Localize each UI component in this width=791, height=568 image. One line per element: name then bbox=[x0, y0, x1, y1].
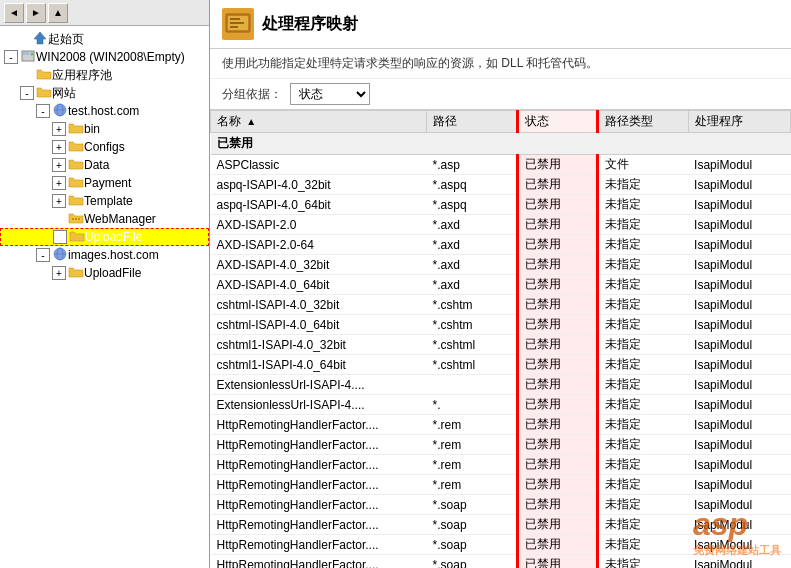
tree-toggle-images-host[interactable]: - bbox=[36, 248, 50, 262]
tree-toggle-data[interactable]: + bbox=[52, 158, 66, 172]
cell-status: 已禁用 bbox=[518, 375, 598, 395]
sidebar-toolbar: ◄ ► ▲ bbox=[0, 0, 209, 26]
cell-status: 已禁用 bbox=[518, 295, 598, 315]
sidebar: ◄ ► ▲ 起始页-WIN2008 (WIN2008\Empty)应用程序池-网… bbox=[0, 0, 210, 568]
table-row[interactable]: HttpRemotingHandlerFactor....*.soap已禁用未指… bbox=[211, 495, 791, 515]
cell-status: 已禁用 bbox=[518, 395, 598, 415]
cell-pathtype: 未指定 bbox=[597, 195, 688, 215]
cell-path: *.axd bbox=[427, 255, 518, 275]
table-row[interactable]: cshtml-ISAPI-4.0_64bit*.cshtm已禁用未指定Isapi… bbox=[211, 315, 791, 335]
globe-icon bbox=[52, 102, 68, 121]
table-row[interactable]: AXD-ISAPI-2.0*.axd已禁用未指定IsapiModul bbox=[211, 215, 791, 235]
tree-toggle-configs[interactable]: + bbox=[52, 140, 66, 154]
sort-icon: ▲ bbox=[246, 116, 256, 127]
table-row[interactable]: aspq-ISAPI-4.0_64bit*.aspq已禁用未指定IsapiMod… bbox=[211, 195, 791, 215]
col-header-path[interactable]: 路径 bbox=[427, 111, 518, 133]
sidebar-item-data[interactable]: +Data bbox=[0, 156, 209, 174]
col-header-handler[interactable]: 处理程序 bbox=[688, 111, 790, 133]
tree-label-images-host: images.host.com bbox=[68, 248, 159, 262]
cell-handler: IsapiModul bbox=[688, 275, 790, 295]
col-header-pathtype[interactable]: 路径类型 bbox=[597, 111, 688, 133]
sidebar-item-webmanager[interactable]: WebManager bbox=[0, 210, 209, 228]
col-header-status[interactable]: 状态 bbox=[518, 111, 598, 133]
tree-toggle-test-host[interactable]: - bbox=[36, 104, 50, 118]
table-row[interactable]: AXD-ISAPI-2.0-64*.axd已禁用未指定IsapiModul bbox=[211, 235, 791, 255]
up-button[interactable]: ▲ bbox=[48, 3, 68, 23]
sidebar-item-uploadfile[interactable]: +UploadFile bbox=[0, 228, 209, 246]
table-container[interactable]: 名称 ▲ 路径 状态 路径类型 处理程序 bbox=[210, 110, 791, 568]
table-row[interactable]: HttpRemotingHandlerFactor....*.rem已禁用未指定… bbox=[211, 435, 791, 455]
col-header-name[interactable]: 名称 ▲ bbox=[211, 111, 427, 133]
tree-toggle-win2008[interactable]: - bbox=[4, 50, 18, 64]
table-row[interactable]: AXD-ISAPI-4.0_32bit*.axd已禁用未指定IsapiModul bbox=[211, 255, 791, 275]
sidebar-item-template[interactable]: +Template bbox=[0, 192, 209, 210]
cell-status: 已禁用 bbox=[518, 315, 598, 335]
cell-handler: IsapiModul bbox=[688, 475, 790, 495]
table-row[interactable]: aspq-ISAPI-4.0_32bit*.aspq已禁用未指定IsapiMod… bbox=[211, 175, 791, 195]
sidebar-item-images-host[interactable]: -images.host.com bbox=[0, 246, 209, 264]
cell-handler: IsapiModul bbox=[688, 415, 790, 435]
table-row[interactable]: HttpRemotingHandlerFactor....*.rem已禁用未指定… bbox=[211, 475, 791, 495]
tree-container: 起始页-WIN2008 (WIN2008\Empty)应用程序池-网站-test… bbox=[0, 26, 209, 568]
cell-path: *.soap bbox=[427, 495, 518, 515]
table-row[interactable]: HttpRemotingHandlerFactor....*.soap已禁用未指… bbox=[211, 555, 791, 569]
table-row[interactable]: cshtml-ISAPI-4.0_32bit*.cshtm已禁用未指定Isapi… bbox=[211, 295, 791, 315]
cell-name: AXD-ISAPI-2.0-64 bbox=[211, 235, 427, 255]
sidebar-item-app-pool[interactable]: 应用程序池 bbox=[0, 66, 209, 84]
sidebar-item-start-page[interactable]: 起始页 bbox=[0, 30, 209, 48]
folder-icon bbox=[68, 138, 84, 157]
table-row[interactable]: HttpRemotingHandlerFactor....*.rem已禁用未指定… bbox=[211, 415, 791, 435]
sidebar-item-bin[interactable]: +bin bbox=[0, 120, 209, 138]
table-row[interactable]: HttpRemotingHandlerFactor....*.soap已禁用未指… bbox=[211, 515, 791, 535]
tree-toggle-payment[interactable]: + bbox=[52, 176, 66, 190]
table-row[interactable]: ExtensionlessUrl-ISAPI-4....已禁用未指定IsapiM… bbox=[211, 375, 791, 395]
cell-pathtype: 未指定 bbox=[597, 295, 688, 315]
sidebar-item-payment[interactable]: +Payment bbox=[0, 174, 209, 192]
cell-handler: IsapiModul bbox=[688, 375, 790, 395]
tree-toggle-uploadfile2[interactable]: + bbox=[52, 266, 66, 280]
tree-label-payment: Payment bbox=[84, 176, 131, 190]
folder-icon bbox=[68, 264, 84, 283]
group-by-label: 分组依据： bbox=[222, 86, 282, 103]
tree-label-website: 网站 bbox=[52, 85, 76, 102]
sidebar-item-test-host[interactable]: -test.host.com bbox=[0, 102, 209, 120]
tree-toggle-uploadfile[interactable]: + bbox=[53, 230, 67, 244]
table-row[interactable]: cshtml1-ISAPI-4.0_32bit*.cshtml已禁用未指定Isa… bbox=[211, 335, 791, 355]
tree-label-template: Template bbox=[84, 194, 133, 208]
cell-handler: IsapiModul bbox=[688, 515, 790, 535]
cell-status: 已禁用 bbox=[518, 195, 598, 215]
server-icon bbox=[20, 48, 36, 67]
tree-toggle-website[interactable]: - bbox=[20, 86, 34, 100]
cell-path: *.rem bbox=[427, 475, 518, 495]
cell-pathtype: 未指定 bbox=[597, 255, 688, 275]
sidebar-item-uploadfile2[interactable]: +UploadFile bbox=[0, 264, 209, 282]
sidebar-item-configs[interactable]: +Configs bbox=[0, 138, 209, 156]
table-row[interactable]: HttpRemotingHandlerFactor....*.soap已禁用未指… bbox=[211, 535, 791, 555]
table-row[interactable]: AXD-ISAPI-4.0_64bit*.axd已禁用未指定IsapiModul bbox=[211, 275, 791, 295]
cell-handler: IsapiModul bbox=[688, 335, 790, 355]
tree-toggle-template[interactable]: + bbox=[52, 194, 66, 208]
forward-button[interactable]: ► bbox=[26, 3, 46, 23]
cell-status: 已禁用 bbox=[518, 555, 598, 569]
cell-path: *.cshtm bbox=[427, 315, 518, 335]
table-row[interactable]: ASPClassic*.asp已禁用文件IsapiModul bbox=[211, 155, 791, 175]
cell-status: 已禁用 bbox=[518, 155, 598, 175]
cell-path: *.cshtm bbox=[427, 295, 518, 315]
cell-handler: IsapiModul bbox=[688, 395, 790, 415]
folder-icon bbox=[69, 228, 85, 247]
back-button[interactable]: ◄ bbox=[4, 3, 24, 23]
svg-rect-2 bbox=[23, 52, 29, 55]
cell-name: ExtensionlessUrl-ISAPI-4.... bbox=[211, 375, 427, 395]
cell-path: *.rem bbox=[427, 455, 518, 475]
table-row[interactable]: cshtml1-ISAPI-4.0_64bit*.cshtml已禁用未指定Isa… bbox=[211, 355, 791, 375]
cell-handler: IsapiModul bbox=[688, 175, 790, 195]
cell-status: 已禁用 bbox=[518, 535, 598, 555]
cell-pathtype: 未指定 bbox=[597, 415, 688, 435]
sidebar-item-win2008[interactable]: -WIN2008 (WIN2008\Empty) bbox=[0, 48, 209, 66]
table-row[interactable]: ExtensionlessUrl-ISAPI-4....*.已禁用未指定Isap… bbox=[211, 395, 791, 415]
group-by-select[interactable]: 状态 bbox=[290, 83, 370, 105]
tree-toggle-bin[interactable]: + bbox=[52, 122, 66, 136]
sidebar-item-website[interactable]: -网站 bbox=[0, 84, 209, 102]
table-row[interactable]: HttpRemotingHandlerFactor....*.rem已禁用未指定… bbox=[211, 455, 791, 475]
cell-path bbox=[427, 375, 518, 395]
